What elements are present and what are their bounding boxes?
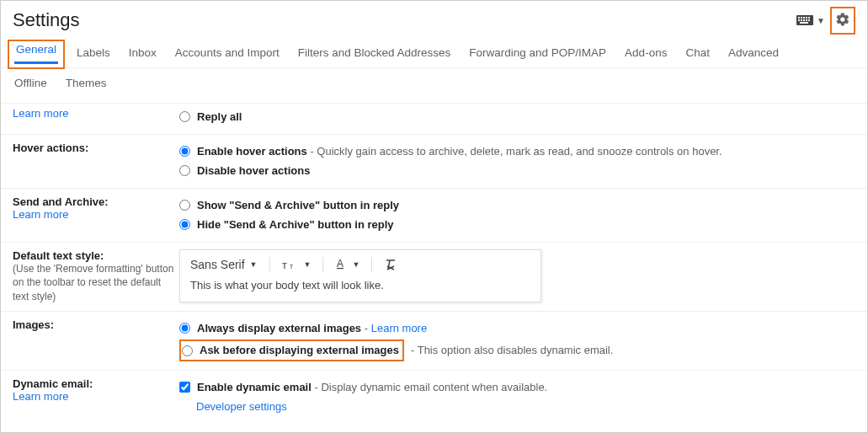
tab-accounts[interactable]: Accounts and Import: [173, 41, 281, 67]
page-title: Settings: [13, 9, 80, 31]
font-size-dropdown[interactable]: тт ▼: [282, 258, 312, 271]
textstyle-sub: (Use the 'Remove formatting' button on t…: [13, 262, 179, 304]
svg-rect-3: [803, 17, 805, 19]
tab-advanced[interactable]: Advanced: [727, 41, 780, 67]
settings-window: Settings ▼ General Labels Inbox Accounts…: [0, 0, 868, 433]
sendarchive-label: Send and Archive:: [13, 195, 179, 208]
images-ask-desc: This option also disables dynamic email.: [418, 344, 614, 356]
row-reply-behavior: Learn more Reply all: [1, 104, 867, 135]
images-ask-label: Ask before displaying external images: [200, 342, 399, 359]
radio-reply-all[interactable]: [179, 111, 190, 122]
gear-icon[interactable]: [835, 12, 850, 29]
svg-rect-2: [801, 17, 802, 19]
radio-hover-disable[interactable]: [179, 165, 190, 176]
tab-general-highlight: General: [8, 40, 65, 69]
settings-content: Learn more Reply all Hover actions: Enab…: [1, 103, 867, 433]
svg-rect-4: [806, 17, 807, 19]
svg-rect-5: [808, 17, 810, 19]
radio-sendarchive-hide[interactable]: [179, 219, 190, 230]
textstyle-toolbar-box: Sans Serif ▼ тт ▼ A ▼: [179, 249, 541, 302]
tab-labels[interactable]: Labels: [75, 41, 112, 67]
hover-enable-label: Enable hover actions: [197, 145, 307, 158]
dynamic-learn-more-link[interactable]: Learn more: [13, 390, 68, 403]
dynamic-label: Dynamic email:: [13, 377, 179, 390]
hover-disable-label: Disable hover actions: [197, 163, 310, 179]
tab-inbox[interactable]: Inbox: [127, 41, 158, 67]
svg-rect-7: [801, 19, 802, 21]
developer-settings-link[interactable]: Developer settings: [196, 397, 287, 413]
font-family-value: Sans Serif: [190, 258, 245, 271]
chevron-down-icon[interactable]: ▼: [817, 16, 825, 25]
radio-hover-enable[interactable]: [179, 146, 190, 157]
textstyle-preview: This is what your body text will look li…: [190, 279, 530, 291]
radio-images-ask[interactable]: [182, 345, 193, 356]
font-family-dropdown[interactable]: Sans Serif ▼: [190, 258, 258, 271]
settings-gear-highlight: [830, 7, 855, 35]
svg-rect-11: [800, 22, 808, 24]
svg-rect-8: [803, 19, 805, 21]
tab-offline[interactable]: Offline: [13, 72, 49, 98]
tab-chat[interactable]: Chat: [684, 41, 711, 67]
sendarchive-hide-label: Hide "Send & Archive" button in reply: [197, 216, 394, 233]
settings-tabs-row1: General Labels Inbox Accounts and Import…: [1, 35, 867, 68]
svg-text:т: т: [282, 259, 287, 271]
textstyle-label: Default text style:: [13, 249, 179, 262]
dynamic-enable-label: Enable dynamic email: [197, 381, 312, 393]
hover-label: Hover actions:: [13, 142, 88, 154]
tab-themes[interactable]: Themes: [64, 72, 109, 98]
header-actions: ▼: [796, 7, 855, 35]
reply-learn-more-link[interactable]: Learn more: [13, 107, 68, 120]
checkbox-dynamic-enable[interactable]: [179, 382, 190, 393]
label-reply-all: Reply all: [197, 109, 242, 126]
text-color-dropdown[interactable]: A ▼: [335, 258, 359, 271]
chevron-down-icon: ▼: [250, 260, 258, 269]
svg-rect-10: [808, 19, 810, 21]
svg-text:A: A: [337, 258, 343, 270]
images-label: Images:: [13, 318, 54, 331]
row-hover-actions: Hover actions: Enable hover actions - Qu…: [1, 135, 867, 189]
settings-tabs-row2: Offline Themes: [1, 68, 867, 103]
tab-filters[interactable]: Filters and Blocked Addresses: [296, 41, 453, 67]
images-always-label: Always display external images: [197, 322, 361, 334]
hover-enable-desc: Quickly gain access to archive, delete, …: [317, 145, 722, 158]
row-text-style: Default text style: (Use the 'Remove for…: [1, 243, 867, 312]
svg-rect-6: [798, 19, 800, 21]
radio-images-always[interactable]: [179, 323, 190, 334]
tab-addons[interactable]: Add-ons: [623, 41, 668, 67]
dynamic-enable-desc: Display dynamic email content when avail…: [321, 381, 547, 393]
tab-forwarding[interactable]: Forwarding and POP/IMAP: [467, 41, 608, 67]
tab-general[interactable]: General: [14, 38, 58, 64]
svg-text:т: т: [290, 262, 293, 270]
header: Settings ▼: [1, 1, 867, 35]
remove-formatting-icon[interactable]: [384, 258, 397, 271]
images-learn-more-link[interactable]: Learn more: [371, 322, 427, 334]
keyboard-icon[interactable]: [796, 15, 813, 25]
svg-rect-9: [806, 19, 807, 21]
sendarchive-show-label: Show "Send & Archive" button in reply: [197, 197, 399, 214]
sendarchive-learn-more-link[interactable]: Learn more: [13, 208, 68, 221]
svg-rect-1: [798, 17, 800, 19]
row-send-archive: Send and Archive: Learn more Show "Send …: [1, 189, 867, 243]
radio-sendarchive-show[interactable]: [179, 200, 190, 211]
row-dynamic-email: Dynamic email: Learn more Enable dynamic…: [1, 371, 867, 420]
row-images: Images: Always display external images -…: [1, 312, 867, 371]
images-ask-highlight: Ask before displaying external images: [179, 339, 404, 361]
